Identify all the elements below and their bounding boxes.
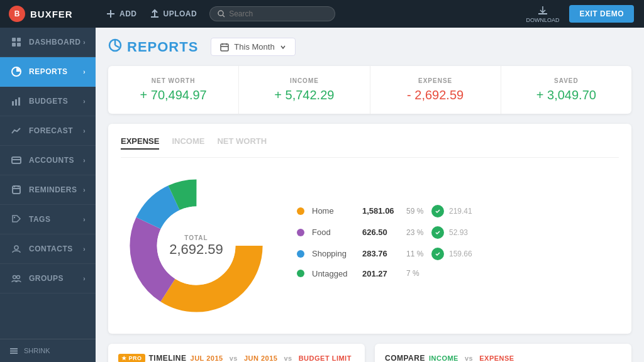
shrink-label: SHRINK [24, 347, 50, 354]
legend-item-shopping: Shopping 283.76 11 % 159.66 [297, 248, 619, 260]
stat-expense-value: - 2,692.59 [383, 88, 488, 102]
sidebar-item-tags-label: TAGS [29, 215, 50, 224]
month-selector[interactable]: This Month [211, 38, 295, 56]
stat-income-value: + 5,742.29 [252, 88, 357, 102]
legend-amount-untagged: 201.27 [362, 269, 406, 278]
legend-amount-food: 626.50 [362, 228, 406, 237]
timeline-vs1: vs [230, 354, 238, 362]
compare-expense-label: EXPENSE [479, 354, 514, 362]
svg-rect-10 [13, 186, 20, 194]
timeline-jul: JUL 2015 [191, 354, 223, 362]
compare-income-label: INCOME [429, 354, 458, 362]
svg-rect-24 [151, 16, 158, 18]
svg-rect-3 [17, 43, 21, 47]
sidebar-item-dashboard[interactable]: DASHBOARD › [0, 28, 96, 57]
legend-dot-shopping [297, 250, 304, 258]
tags-icon [10, 213, 23, 226]
svg-rect-28 [538, 13, 547, 14]
sidebar-item-forecast[interactable]: FORECAST › [0, 116, 96, 146]
legend-name-untagged: Untagged [312, 269, 362, 278]
contacts-arrow: › [83, 246, 86, 253]
budgets-icon [10, 95, 23, 107]
timeline-budget: BUDGET LIMIT [299, 354, 352, 362]
chart-section: EXPENSE INCOME NET WORTH [108, 124, 631, 334]
sidebar-item-budgets-label: BUDGETS [29, 97, 68, 106]
timeline-panel: ★ PRO TIMELINE JUL 2015 vs JUN 2015 vs B… [108, 344, 365, 362]
sidebar-item-accounts[interactable]: ACCOUNTS › [0, 146, 96, 175]
reminders-icon [10, 184, 23, 196]
chart-tabs: EXPENSE INCOME NET WORTH [121, 136, 619, 158]
download-button[interactable]: DOWNLOAD [526, 4, 559, 23]
contacts-icon [10, 243, 23, 255]
sidebar-item-reports[interactable]: REPORTS › [0, 57, 96, 87]
compare-header: COMPARE INCOME vs EXPENSE [385, 354, 621, 362]
search-box[interactable] [209, 6, 335, 21]
svg-rect-2 [12, 43, 16, 47]
legend-action-food[interactable] [431, 226, 444, 239]
topbar: ADD UPLOAD DOWNLOAD EXIT DEMO [96, 0, 644, 28]
sidebar-item-accounts-label: ACCOUNTS [29, 156, 74, 165]
pro-badge: ★ PRO [118, 354, 145, 362]
svg-rect-5 [12, 101, 14, 106]
sidebar-item-groups-label: GROUPS [29, 274, 64, 283]
tab-income[interactable]: INCOME [172, 136, 204, 150]
compare-panel: COMPARE INCOME vs EXPENSE 6,000 5,000 4,… [375, 344, 631, 362]
svg-point-25 [218, 11, 223, 16]
timeline-header: ★ PRO TIMELINE JUL 2015 vs JUN 2015 vs B… [118, 354, 355, 362]
sidebar-item-forecast-label: FORECAST [29, 126, 73, 135]
legend-action-home[interactable] [431, 205, 444, 217]
add-label: ADD [119, 9, 137, 18]
stat-expense: EXPENSE - 2,692.59 [370, 66, 501, 114]
donut-total-value: 2,692.59 [169, 241, 223, 258]
chart-legend: Home 1,581.06 59 % 219.41 Food 626.50 23 [297, 205, 619, 287]
sidebar-item-contacts[interactable]: CONTACTS › [0, 234, 96, 264]
reports-title: REPORTS [127, 39, 198, 55]
stat-saved-value: + 3,049.70 [514, 88, 619, 102]
compare-title: COMPARE [385, 354, 425, 362]
timeline-vs2: vs [284, 354, 292, 362]
tab-net-worth[interactable]: NET WORTH [217, 136, 267, 150]
sidebar-item-reminders[interactable]: REMINDERS › [0, 175, 96, 205]
legend-dot-home [297, 207, 304, 215]
tab-expense[interactable]: EXPENSE [121, 136, 159, 150]
svg-rect-1 [17, 38, 21, 41]
legend-sub-shopping: 159.66 [449, 250, 472, 258]
legend-pct-shopping: 11 % [406, 250, 431, 258]
sidebar-item-tags[interactable]: TAGS › [0, 205, 96, 234]
upload-label: UPLOAD [164, 9, 197, 18]
sidebar-item-reminders-label: REMINDERS [29, 185, 77, 194]
exit-demo-button[interactable]: EXIT DEMO [569, 5, 634, 23]
legend-amount-home: 1,581.06 [362, 206, 406, 216]
add-button[interactable]: ADD [106, 9, 137, 19]
sidebar-item-reports-label: REPORTS [29, 67, 68, 76]
logo-area: B BUXFER [0, 0, 96, 28]
stat-saved: SAVED + 3,049.70 [501, 66, 631, 114]
svg-line-26 [223, 15, 225, 17]
legend-dot-food [297, 229, 304, 236]
topbar-right: DOWNLOAD EXIT DEMO [526, 4, 634, 23]
sidebar-item-groups[interactable]: GROUPS › [0, 264, 96, 293]
svg-rect-19 [10, 351, 18, 352]
stat-saved-label: SAVED [514, 77, 619, 84]
upload-button[interactable]: UPLOAD [150, 9, 197, 19]
accounts-icon [10, 154, 23, 167]
legend-action-shopping[interactable] [431, 248, 444, 260]
legend-amount-shopping: 283.76 [362, 249, 406, 258]
reports-arrow: › [83, 69, 86, 75]
svg-rect-6 [15, 99, 17, 106]
stat-net-worth: NET WORTH + 70,494.97 [108, 66, 239, 114]
reports-chart-icon [108, 38, 122, 55]
forecast-icon [10, 124, 23, 137]
forecast-arrow: › [83, 128, 86, 134]
stats-row: NET WORTH + 70,494.97 INCOME + 5,742.29 … [108, 66, 631, 114]
legend-item-food: Food 626.50 23 % 52.93 [297, 226, 619, 239]
svg-rect-0 [12, 38, 16, 41]
search-input[interactable] [229, 9, 327, 18]
sidebar-item-budgets[interactable]: BUDGETS › [0, 87, 96, 116]
accounts-arrow: › [83, 157, 86, 164]
shrink-button[interactable]: SHRINK [9, 346, 87, 356]
download-label: DOWNLOAD [526, 17, 559, 23]
groups-icon [10, 272, 23, 285]
tags-arrow: › [83, 216, 86, 223]
reports-header: REPORTS This Month [108, 38, 631, 56]
